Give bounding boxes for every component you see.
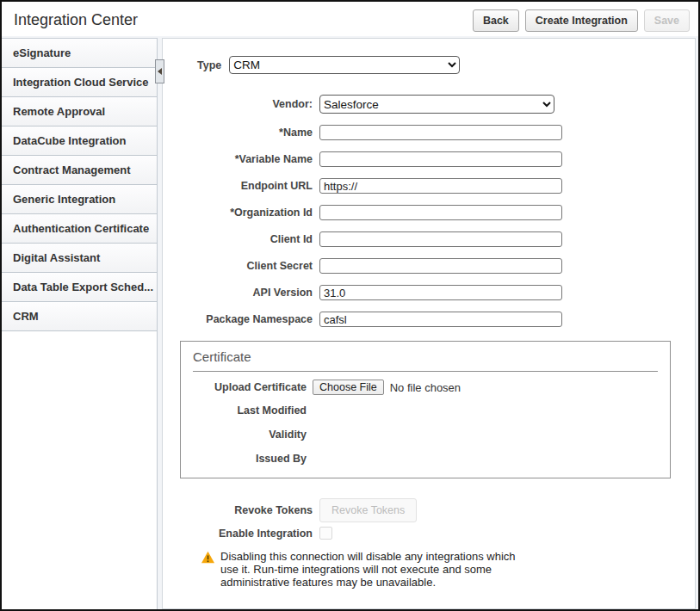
sidebar-item-datacube-integration[interactable]: DataCube Integration [2, 127, 157, 156]
revoke-tokens-row: Revoke Tokens Revoke Tokens [170, 498, 417, 522]
name-field[interactable] [319, 125, 562, 140]
revoke-tokens-button[interactable]: Revoke Tokens [319, 498, 417, 522]
package-namespace-field[interactable] [319, 312, 562, 327]
upload-certificate-label: Upload Certificate [188, 381, 307, 393]
choose-file-button[interactable]: Choose File [313, 380, 384, 395]
sidebar-item-integration-cloud-service[interactable]: Integration Cloud Service [2, 68, 157, 97]
package-namespace-label: Package Namespace [170, 313, 313, 325]
sidebar-item-crm[interactable]: CRM [2, 302, 157, 331]
validity-row: Validity [188, 429, 313, 441]
sidebar-item-data-table-export-scheduler[interactable]: Data Table Export Sched... [2, 273, 157, 302]
api-version-row: API Version [170, 285, 562, 300]
enable-integration-row: Enable Integration [170, 527, 332, 540]
header: Integration Center Back Create Integrati… [2, 2, 698, 36]
name-label: *Name [170, 127, 313, 139]
client-id-field[interactable] [319, 231, 562, 247]
sidebar-item-contract-management[interactable]: Contract Management [2, 156, 157, 185]
endpoint-url-label: Endpoint URL [170, 180, 313, 192]
revoke-tokens-label: Revoke Tokens [170, 504, 313, 516]
type-label: Type [197, 59, 221, 71]
endpoint-url-field[interactable] [319, 178, 562, 194]
create-integration-button[interactable]: Create Integration [525, 9, 638, 32]
upload-certificate-row: Upload Certificate Choose File No file c… [188, 380, 461, 395]
certificate-separator [193, 371, 658, 372]
sidebar-item-generic-integration[interactable]: Generic Integration [2, 185, 157, 214]
sidebar-item-authentication-certificate[interactable]: Authentication Certificate [2, 214, 157, 244]
variable-name-row: *Variable Name [170, 151, 562, 167]
vendor-select[interactable]: Salesforce [319, 95, 554, 114]
header-buttons: Back Create Integration Save [473, 9, 690, 32]
organization-id-row: *Organization Id [170, 205, 562, 220]
package-namespace-row: Package Namespace [170, 312, 562, 327]
organization-id-label: *Organization Id [170, 207, 313, 219]
warning-text: Disabling this connection will disable a… [220, 550, 534, 589]
client-secret-row: Client Secret [170, 258, 562, 274]
sidebar-item-remote-approval[interactable]: Remote Approval [2, 97, 157, 127]
no-file-chosen-text: No file chosen [390, 381, 461, 394]
sidebar-item-esignature[interactable]: eSignature [2, 39, 157, 68]
disable-warning: Disabling this connection will disable a… [201, 550, 534, 589]
vendor-label: Vendor: [170, 98, 313, 110]
validity-label: Validity [188, 429, 307, 441]
client-id-row: Client Id [170, 231, 562, 247]
variable-name-field[interactable] [319, 151, 562, 167]
page-title: Integration Center [14, 11, 138, 29]
type-row: Type CRM [197, 56, 460, 74]
api-version-label: API Version [170, 287, 313, 299]
api-version-field[interactable] [319, 285, 562, 300]
last-modified-row: Last Modified [188, 404, 313, 417]
collapse-left-icon [158, 68, 162, 75]
client-secret-label: Client Secret [170, 260, 313, 272]
client-id-label: Client Id [170, 233, 313, 245]
last-modified-label: Last Modified [188, 404, 307, 417]
client-secret-field[interactable] [319, 258, 562, 274]
form-panel: Type CRM Vendor: Salesforce *Name *Varia… [162, 38, 696, 609]
sidebar-collapse-handle[interactable] [155, 59, 164, 83]
certificate-section: Certificate Upload Certificate Choose Fi… [180, 341, 671, 478]
sidebar: eSignature Integration Cloud Service Rem… [2, 38, 158, 609]
certificate-section-title: Certificate [193, 349, 251, 364]
type-select[interactable]: CRM [229, 56, 460, 74]
name-row: *Name [170, 125, 562, 140]
issued-by-label: Issued By [188, 453, 307, 465]
variable-name-label: *Variable Name [170, 153, 313, 165]
organization-id-field[interactable] [319, 205, 562, 220]
save-button[interactable]: Save [644, 9, 690, 32]
sidebar-item-digital-assistant[interactable]: Digital Assistant [2, 244, 157, 273]
back-button[interactable]: Back [473, 9, 519, 32]
warning-triangle-icon [201, 551, 215, 564]
vendor-row: Vendor: Salesforce [170, 95, 554, 114]
endpoint-url-row: Endpoint URL [170, 178, 562, 194]
enable-integration-checkbox[interactable] [319, 527, 332, 540]
issued-by-row: Issued By [188, 453, 313, 465]
integration-center-page: Integration Center Back Create Integrati… [0, 0, 700, 611]
enable-integration-label: Enable Integration [170, 528, 313, 540]
